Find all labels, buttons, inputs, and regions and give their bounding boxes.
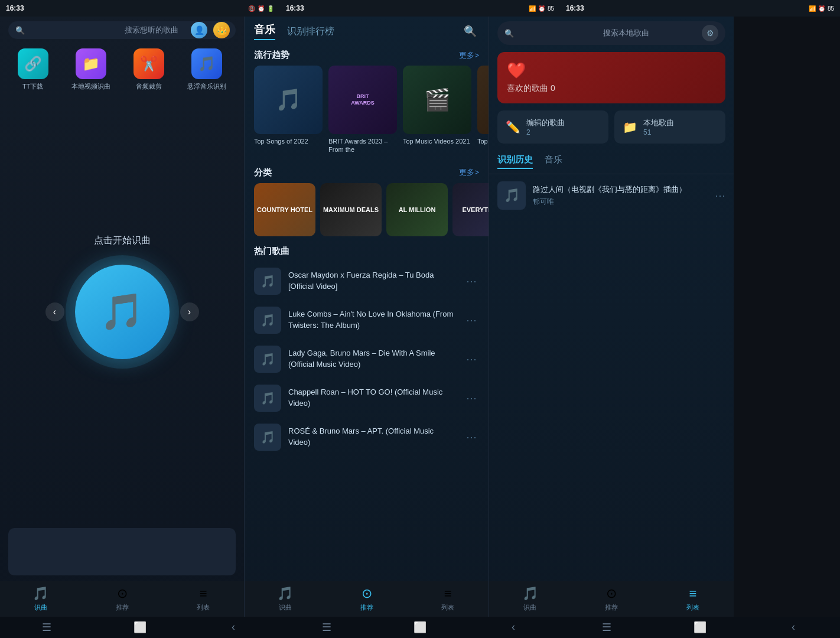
tab-history[interactable]: 识别历史 bbox=[497, 154, 533, 169]
back-btn-1[interactable]: ‹ bbox=[187, 621, 280, 634]
favorites-label: 喜欢的歌曲 0 bbox=[507, 83, 555, 94]
trending-card-1[interactable]: BRITAwards BRIT Awards 2023 – From the bbox=[328, 66, 397, 154]
song-thumb-icon-1: 🎵 bbox=[261, 313, 275, 327]
song-title-1: Luke Combs – Ain't No Love In Oklahoma (… bbox=[288, 309, 457, 330]
nav-recommend-icon-3: ⊙ bbox=[606, 586, 617, 601]
library-settings-button[interactable]: ⚙ bbox=[702, 25, 718, 41]
audio-clip-icon: ✂️ bbox=[134, 48, 164, 79]
category-title: 分类 bbox=[254, 167, 272, 178]
nav-list-2[interactable]: ≡ 列表 bbox=[407, 586, 489, 612]
menu-btn-2[interactable]: ☰ bbox=[280, 621, 373, 634]
song-more-3[interactable]: ⋯ bbox=[464, 389, 479, 407]
category-country-bg: COUNTRY HOTEL bbox=[254, 183, 315, 236]
music-header: 音乐 识别排行榜 🔍 bbox=[245, 17, 489, 44]
music-search-button[interactable]: 🔍 bbox=[461, 22, 479, 40]
arrow-right[interactable]: › bbox=[180, 302, 199, 321]
song-item-0[interactable]: 🎵 Oscar Maydon x Fuerza Regida – Tu Boda… bbox=[245, 262, 489, 301]
trending-card-3[interactable]: 🎵 Top 2021 bbox=[477, 66, 489, 154]
avatar-icon[interactable]: 👤 bbox=[191, 22, 207, 38]
status-panel-2: 16:33 📶 ⏰ 85 bbox=[280, 0, 560, 17]
edit-songs-card[interactable]: ✏️ 编辑的歌曲 2 bbox=[497, 110, 608, 144]
quick-action-video[interactable]: 📁 本地视频识曲 bbox=[71, 48, 110, 91]
song-item-4[interactable]: 🎵 ROSÉ & Bruno Mars – APT. (Official Mus… bbox=[245, 418, 489, 457]
nav-identify-3[interactable]: 🎵 识曲 bbox=[489, 586, 571, 612]
song-thumb-4: 🎵 bbox=[254, 424, 281, 451]
nav-identify-2[interactable]: 🎵 识曲 bbox=[245, 586, 326, 612]
library-search[interactable]: 🔍 搜索本地歌曲 ⚙ bbox=[497, 21, 725, 45]
song-more-2[interactable]: ⋯ bbox=[464, 350, 479, 368]
home-btn-3[interactable]: ⬜ bbox=[653, 621, 747, 634]
home-btn-1[interactable]: ⬜ bbox=[93, 621, 187, 634]
edit-songs-content: 编辑的歌曲 2 bbox=[526, 118, 600, 136]
back-btn-2[interactable]: ‹ bbox=[467, 621, 560, 634]
local-songs-title: 本地歌曲 bbox=[643, 118, 717, 128]
song-info-0: Oscar Maydon x Fuerza Regida – Tu Boda [… bbox=[288, 270, 457, 291]
trending-label-1: BRIT Awards 2023 – From the bbox=[328, 137, 397, 154]
song-item-3[interactable]: 🎵 Chappell Roan – HOT TO GO! (Official M… bbox=[245, 379, 489, 418]
song-thumb-icon-3: 🎵 bbox=[261, 391, 275, 405]
favorites-card[interactable]: ❤️ 喜欢的歌曲 0 bbox=[497, 52, 725, 103]
status-bar: 16:33 📵 ⏰ 🔋 16:33 📶 ⏰ 85 16:33 📶 ⏰ 85 bbox=[0, 0, 840, 17]
song-title-3: Chappell Roan – HOT TO GO! (Official Mus… bbox=[288, 387, 457, 408]
nav-identify-1[interactable]: 🎵 识曲 bbox=[0, 586, 82, 612]
song-item-1[interactable]: 🎵 Luke Combs – Ain't No Love In Oklahoma… bbox=[245, 301, 489, 340]
trending-thumb-2: 🎬 bbox=[403, 66, 471, 134]
system-bar-2: ☰ ⬜ ‹ bbox=[280, 621, 560, 634]
home-btn-2[interactable]: ⬜ bbox=[373, 621, 467, 634]
nav-recommend-2[interactable]: ⊙ 推荐 bbox=[326, 586, 408, 612]
nav-recommend-icon-1: ⊙ bbox=[117, 586, 128, 601]
nav-list-1[interactable]: ≡ 列表 bbox=[162, 586, 244, 612]
category-everything[interactable]: EVERYTHING bbox=[452, 183, 489, 236]
trending-card-0[interactable]: 🎵 Top Songs of 2022 bbox=[254, 66, 323, 154]
category-maximum[interactable]: MAXIMUM DEALS bbox=[320, 183, 382, 236]
trending-card-2[interactable]: 🎬 Top Music Videos 2021 bbox=[403, 66, 471, 154]
history-title-0: 路过人间（电视剧《我们与恶的距离》插曲） bbox=[533, 184, 708, 195]
search-bar-identify[interactable]: 🔍 搜索想听的歌曲 👤 👑 bbox=[8, 21, 236, 39]
library-grid: ✏️ 编辑的歌曲 2 📁 本地歌曲 51 bbox=[489, 107, 734, 147]
menu-btn-3[interactable]: ☰ bbox=[560, 621, 653, 634]
song-more-4[interactable]: ⋯ bbox=[464, 428, 479, 446]
edit-icon: ✏️ bbox=[506, 120, 520, 134]
category-everything-label: EVERYTHING bbox=[462, 206, 489, 213]
category-million-bg: AL MILLION bbox=[386, 183, 448, 236]
quick-action-tt[interactable]: 🔗 TT下载 bbox=[18, 48, 48, 91]
song-more-1[interactable]: ⋯ bbox=[464, 311, 479, 329]
song-more-0[interactable]: ⋯ bbox=[464, 272, 479, 290]
history-item-0[interactable]: 🎵 路过人间（电视剧《我们与恶的距离》插曲） 郁可唯 ⋯ bbox=[489, 174, 734, 217]
nav-list-icon-1: ≡ bbox=[200, 586, 207, 601]
nav-identify-label-1: 识曲 bbox=[34, 603, 47, 612]
quick-action-audio[interactable]: ✂️ 音频裁剪 bbox=[134, 48, 164, 91]
quick-action-float[interactable]: 🎵 悬浮音乐识别 bbox=[187, 48, 226, 91]
history-more-0[interactable]: ⋯ bbox=[715, 189, 725, 202]
song-title-2: Lady Gaga, Bruno Mars – Die With A Smile… bbox=[288, 348, 457, 369]
category-more[interactable]: 更多> bbox=[459, 167, 479, 178]
local-songs-card[interactable]: 📁 本地歌曲 51 bbox=[614, 110, 725, 144]
nav-recommend-3[interactable]: ⊙ 推荐 bbox=[571, 586, 652, 612]
search-icon-identify: 🔍 bbox=[15, 26, 120, 35]
song-item-2[interactable]: 🎵 Lady Gaga, Bruno Mars – Die With A Smi… bbox=[245, 340, 489, 379]
crown-icon[interactable]: 👑 bbox=[213, 22, 230, 38]
category-million[interactable]: AL MILLION bbox=[386, 183, 448, 236]
nav-recommend-1[interactable]: ⊙ 推荐 bbox=[82, 586, 163, 612]
signal-icon-3: 📶 bbox=[809, 5, 816, 12]
tab-music[interactable]: 音乐 bbox=[254, 22, 275, 40]
tab-music-lib[interactable]: 音乐 bbox=[545, 154, 562, 169]
alarm-icon-1: ⏰ bbox=[258, 5, 265, 12]
arrow-left[interactable]: ‹ bbox=[45, 302, 64, 321]
panel-identify: 🔍 搜索想听的歌曲 👤 👑 🔗 TT下载 📁 本地视频识曲 ✂️ 音频裁剪 bbox=[0, 17, 245, 617]
back-btn-3[interactable]: ‹ bbox=[747, 621, 840, 634]
song-thumb-icon-2: 🎵 bbox=[261, 352, 275, 366]
menu-btn-1[interactable]: ☰ bbox=[0, 621, 93, 634]
trending-more[interactable]: 更多> bbox=[459, 50, 479, 61]
category-country[interactable]: COUNTRY HOTEL bbox=[254, 183, 315, 236]
category-maximum-label: MAXIMUM DEALS bbox=[323, 206, 379, 213]
local-songs-count: 51 bbox=[643, 128, 717, 136]
identify-button[interactable]: 🎵 bbox=[75, 265, 170, 359]
song-info-2: Lady Gaga, Bruno Mars – Die With A Smile… bbox=[288, 348, 457, 369]
category-section-header: 分类 更多> bbox=[245, 161, 489, 183]
tab-identify-rank[interactable]: 识别排行榜 bbox=[287, 25, 334, 38]
music-note-main-icon: 🎵 bbox=[100, 291, 144, 333]
hot-songs-title: 热门歌曲 bbox=[245, 243, 489, 262]
nav-identify-label-3: 识曲 bbox=[523, 603, 536, 612]
nav-list-3[interactable]: ≡ 列表 bbox=[652, 586, 734, 612]
